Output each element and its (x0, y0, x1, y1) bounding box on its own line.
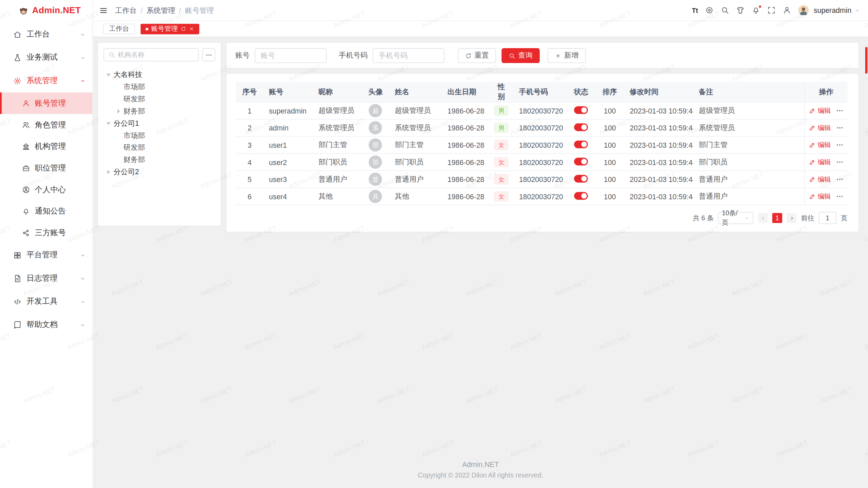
sidebar-item-platform-mgmt[interactable]: 平台管理 (0, 243, 93, 267)
caret-right-icon[interactable] (117, 109, 120, 114)
phone-input[interactable] (373, 48, 445, 63)
edit-button[interactable]: 编辑 (809, 106, 831, 116)
column-header: 姓名 (389, 82, 442, 102)
sidebar-item-dev-tools[interactable]: 开发工具 (0, 290, 93, 313)
column-header: 性别 (489, 82, 513, 102)
more-actions-button[interactable] (836, 158, 844, 166)
goto-page-input[interactable] (819, 212, 836, 224)
org-search-input[interactable] (118, 51, 194, 59)
sidebar-item-org-mgmt[interactable]: 机构管理 (0, 136, 93, 157)
caret-down-icon[interactable] (106, 122, 111, 125)
caret-right-icon[interactable] (107, 170, 110, 174)
flask-icon (13, 54, 21, 62)
sidebar-item-workbench[interactable]: 工作台 (0, 23, 93, 46)
tree-more-button[interactable] (202, 48, 215, 61)
chevron-down-icon (744, 215, 749, 221)
reset-button[interactable]: 重置 (458, 48, 496, 63)
more-actions-button[interactable] (836, 124, 844, 132)
menu-toggle-icon[interactable] (99, 6, 108, 15)
breadcrumb-separator: / (141, 6, 143, 14)
username[interactable]: superadmin (814, 6, 851, 14)
briefcase-icon (22, 164, 30, 172)
bell-icon[interactable] (752, 6, 760, 14)
bank-icon (22, 142, 30, 150)
chevron-down-icon (80, 322, 86, 328)
sidebar-item-role-mgmt[interactable]: 角色管理 (0, 114, 93, 136)
sidebar-item-notice[interactable]: 通知公告 (0, 200, 93, 222)
footer: Admin.NET Copyright © 2022 Dilon All rig… (93, 455, 868, 488)
org-tree-node[interactable]: 分公司2 (103, 166, 215, 178)
table-row: 2admin系统管理员系系统管理员1986-06-28男180200307201… (236, 119, 848, 137)
chevron-down-icon[interactable] (855, 7, 860, 13)
org-tree-node[interactable]: 市场部 (103, 129, 215, 142)
app-root: Admin.NET 工作台业务测试系统管理账号管理角色管理机构管理职位管理个人中… (0, 0, 868, 488)
refresh-tab-icon[interactable] (180, 26, 186, 32)
org-tree-node[interactable]: 大名科技 (103, 68, 215, 81)
breadcrumb-item[interactable]: 系统管理 (146, 5, 175, 15)
sidebar-item-third-party-account[interactable]: 三方账号 (0, 222, 93, 244)
fullscreen-icon[interactable] (767, 6, 775, 14)
sidebar-item-system-mgmt[interactable]: 系统管理 (0, 69, 93, 93)
tabbar: 工作台账号管理 (93, 21, 868, 37)
target-icon[interactable] (705, 6, 713, 14)
page-size-select[interactable]: 10条/页 (718, 212, 753, 224)
org-tree-node[interactable]: 研发部 (103, 93, 215, 105)
column-header: 账号 (263, 82, 313, 102)
status-toggle[interactable] (574, 106, 588, 114)
theme-icon[interactable] (736, 6, 745, 14)
gender-badge: 女 (495, 157, 509, 167)
edit-button[interactable]: 编辑 (809, 175, 831, 184)
org-tree-node[interactable]: 分公司1 (103, 117, 215, 129)
more-actions-button[interactable] (836, 176, 844, 183)
sidebar-item-account-mgmt[interactable]: 账号管理 (0, 93, 93, 114)
caret-down-icon[interactable] (106, 73, 111, 76)
sidebar-item-help-docs[interactable]: 帮助文档 (0, 313, 93, 337)
search-button[interactable]: 查询 (501, 48, 540, 63)
tab-account-mgmt[interactable]: 账号管理 (141, 23, 199, 34)
page-unit-label: 页 (841, 213, 848, 223)
org-tree-node[interactable]: 财务部 (103, 154, 215, 166)
more-actions-button[interactable] (836, 192, 844, 200)
tab-workbench[interactable]: 工作台 (103, 23, 135, 34)
footer-copyright: Copyright © 2022 Dilon All rights reserv… (93, 471, 868, 479)
refresh-icon (465, 51, 472, 59)
scrollbar-thumb[interactable] (865, 47, 868, 74)
sidebar-item-log-mgmt[interactable]: 日志管理 (0, 267, 93, 290)
status-toggle[interactable] (574, 157, 588, 165)
account-input[interactable] (255, 48, 327, 63)
edit-button[interactable]: 编辑 (809, 140, 831, 150)
font-size-icon[interactable]: Tt (692, 6, 698, 14)
user-avatar[interactable] (798, 5, 809, 16)
status-toggle[interactable] (574, 192, 588, 200)
add-button[interactable]: 新增 (548, 48, 586, 63)
gender-badge: 女 (495, 191, 509, 201)
chevron-right-icon (789, 215, 795, 221)
share-icon (22, 229, 30, 237)
breadcrumb-item[interactable]: 工作台 (115, 5, 137, 15)
chevron-down-icon (80, 252, 86, 258)
more-actions-button[interactable] (836, 107, 844, 115)
user-icon[interactable] (783, 6, 791, 14)
chevron-down-icon (80, 299, 86, 305)
org-tree-node[interactable]: 研发部 (103, 142, 215, 154)
edit-button[interactable]: 编辑 (809, 123, 831, 133)
current-page[interactable]: 1 (772, 213, 782, 223)
status-toggle[interactable] (574, 140, 588, 148)
more-actions-button[interactable] (836, 141, 844, 149)
logo[interactable]: Admin.NET (0, 0, 93, 21)
sidebar-item-business-test[interactable]: 业务测试 (0, 46, 93, 69)
sidebar-item-position-mgmt[interactable]: 职位管理 (0, 157, 93, 179)
close-tab-icon[interactable] (189, 26, 194, 32)
avatar: 部 (369, 138, 382, 151)
org-tree-node[interactable]: 财务部 (103, 105, 215, 117)
edit-button[interactable]: 编辑 (809, 192, 831, 201)
edit-button[interactable]: 编辑 (809, 157, 831, 167)
search-icon[interactable] (721, 6, 729, 14)
book-icon (13, 321, 21, 329)
sidebar-item-personal-center[interactable]: 个人中心 (0, 179, 93, 200)
org-tree-node[interactable]: 市场部 (103, 81, 215, 93)
prev-page-button[interactable] (758, 213, 768, 223)
status-toggle[interactable] (574, 175, 588, 182)
next-page-button[interactable] (787, 213, 796, 223)
status-toggle[interactable] (574, 123, 588, 131)
